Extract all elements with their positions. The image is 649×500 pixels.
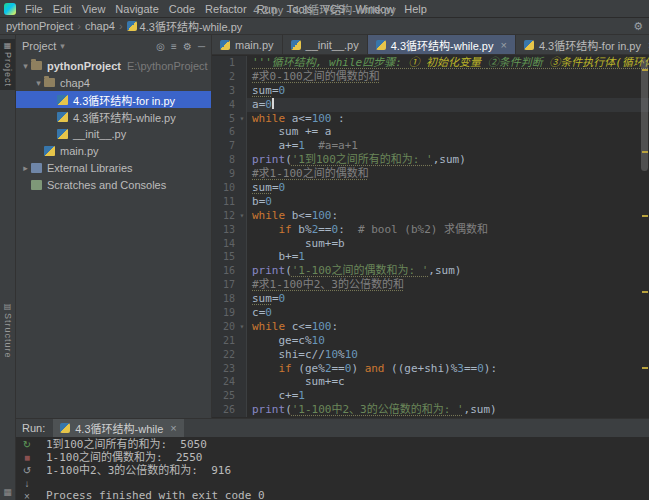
tree-item[interactable]: Scratches and Consoles	[16, 176, 211, 193]
locate-file-icon[interactable]: ◎	[156, 41, 165, 52]
editor-tab[interactable]: 4.3循环结构-while.py×	[368, 35, 516, 54]
python-file-icon	[220, 40, 230, 50]
hide-panel-icon[interactable]: ─	[198, 41, 205, 52]
code-line[interactable]: 25 c+=1	[212, 389, 649, 403]
python-file-icon	[57, 112, 68, 122]
editor-tab[interactable]: __init__.py	[283, 35, 368, 54]
code-line[interactable]: 2#求0-100之间的偶数的和	[212, 70, 649, 84]
code-line[interactable]: 18sum=0	[212, 292, 649, 306]
warning-stripe-mark[interactable]	[642, 69, 648, 71]
window-title: 4.2.py - 4.3循环结构-while.py	[253, 1, 395, 17]
chevron-icon[interactable]: ▾	[20, 61, 31, 71]
project-panel-title[interactable]: Project	[22, 40, 56, 52]
close-icon[interactable]: ×	[500, 39, 506, 51]
line-number: 10	[212, 181, 238, 195]
menu-navigate[interactable]: Navigate	[110, 3, 163, 15]
clear-icon[interactable]: ×	[24, 491, 30, 500]
code-line[interactable]: 20▾while c<=100:	[212, 320, 649, 334]
restore-layout-icon[interactable]: ↺	[23, 465, 31, 476]
code-line[interactable]: 21 ge=c%10	[212, 334, 649, 348]
run-tab[interactable]: 4.3循环结构-while ×	[53, 419, 183, 437]
breadcrumb-item[interactable]: chap4	[85, 20, 115, 32]
code-line[interactable]: 5▾while a<=100 :	[212, 112, 649, 126]
run-panel-label: Run:	[22, 422, 45, 434]
code-line[interactable]: 11b=0	[212, 195, 649, 209]
python-file-icon	[524, 40, 534, 50]
code-line[interactable]: 13 if b%2==0: # bool (b%2) 求偶数和	[212, 223, 649, 237]
breadcrumb: pythonProject›chap4›4.3循环结构-while.py	[6, 18, 242, 34]
code-line[interactable]: 22 shi=c//10%10	[212, 348, 649, 362]
fold-icon	[238, 237, 247, 251]
editor-tab[interactable]: main.py	[212, 35, 283, 54]
tree-item[interactable]: 4.3循环结构-for in.py	[16, 91, 211, 108]
breadcrumb-item[interactable]: 4.3循环结构-while.py	[140, 18, 243, 34]
fold-icon	[238, 167, 247, 181]
scroll-to-end-icon[interactable]: ↓	[25, 478, 30, 489]
chevron-icon[interactable]: ▾	[33, 78, 44, 88]
fold-icon	[238, 292, 247, 306]
code-line[interactable]: 6 sum += a	[212, 125, 649, 139]
fold-icon	[238, 153, 247, 167]
menu-code[interactable]: Code	[164, 3, 200, 15]
console-output[interactable]: 1到100之间所有的和为: 50501-100之间的偶数和为: 25501-10…	[38, 437, 649, 500]
menu-help[interactable]: Help	[399, 3, 432, 15]
tool-button-project[interactable]: ▦ Project	[0, 39, 15, 90]
tool-button-structure[interactable]: ▤ Structure	[0, 300, 15, 362]
pycharm-logo-icon	[4, 3, 16, 15]
settings-icon[interactable]: ⚙	[183, 41, 192, 52]
tree-item[interactable]: 4.3循环结构-while.py	[16, 108, 211, 125]
code-text: sum += a	[247, 125, 649, 139]
warning-stripe-mark[interactable]	[642, 215, 648, 217]
editor-scrollbar[interactable]	[640, 55, 649, 418]
scrollbar-thumb[interactable]	[641, 59, 648, 171]
code-line[interactable]: 4a=0	[212, 98, 649, 112]
fold-icon	[238, 348, 247, 362]
fold-icon[interactable]: ▾	[238, 112, 247, 126]
code-line[interactable]: 7 a+=1 #a=a+1	[212, 139, 649, 153]
code-line[interactable]: 23 if (ge%2==0) and ((ge+shi)%3==0):	[212, 362, 649, 376]
fold-icon[interactable]: ▾	[238, 320, 247, 334]
editor-tab[interactable]: 4.3循环结构-for in.py×	[516, 35, 649, 54]
tree-item[interactable]: ▸External Libraries	[16, 159, 211, 176]
code-line[interactable]: 16print('1-100之间的偶数和为: ',sum)	[212, 264, 649, 278]
chevron-down-icon[interactable]: ▾	[60, 41, 65, 51]
fold-icon[interactable]: ▾	[238, 209, 247, 223]
code-line[interactable]: 1'''循环结构, while四步骤: ① 初始化变量 ②条件判断 ③条件执行体…	[212, 56, 649, 70]
menu-file[interactable]: File	[20, 3, 48, 15]
code-line[interactable]: 26print('1-100中2、3的公倍数的和为: ',sum)	[212, 403, 649, 417]
code-line[interactable]: 9#求1-100之间的偶数和	[212, 167, 649, 181]
code-line[interactable]: 8print('1到100之间所有的和为: ',sum)	[212, 153, 649, 167]
rerun-icon[interactable]: ↻	[23, 439, 31, 450]
warning-stripe-mark[interactable]	[642, 291, 648, 293]
tool-windows-toggle-icon[interactable]: ▦	[3, 487, 12, 497]
editor[interactable]: 1'''循环结构, while四步骤: ① 初始化变量 ②条件判断 ③条件执行体…	[212, 55, 649, 418]
line-number: 26	[212, 403, 238, 417]
menu-view[interactable]: View	[77, 3, 111, 15]
fold-icon	[238, 125, 247, 139]
code-text: #求1-100之间的偶数和	[247, 167, 649, 181]
code-line[interactable]: 15 b+=1	[212, 250, 649, 264]
code-line[interactable]: 17#求1-100中2、3的公倍数的和	[212, 278, 649, 292]
warning-stripe-mark[interactable]	[642, 367, 648, 369]
python-file-icon	[376, 40, 386, 50]
code-line[interactable]: 19c=0	[212, 306, 649, 320]
code-line[interactable]: 24 sum+=c	[212, 375, 649, 389]
breadcrumb-item[interactable]: pythonProject	[6, 20, 73, 32]
code-text: sum+=c	[247, 375, 649, 389]
menu-refactor[interactable]: Refactor	[200, 3, 252, 15]
chevron-icon[interactable]: ▸	[20, 163, 31, 173]
stop-icon[interactable]: ■	[24, 452, 30, 463]
code-line[interactable]: 14 sum+=b	[212, 237, 649, 251]
tree-item[interactable]: ▾chap4	[16, 74, 211, 91]
code-line[interactable]: 12▾while b<=100:	[212, 209, 649, 223]
close-icon[interactable]: ×	[170, 422, 176, 434]
code-line[interactable]: 3sum=0	[212, 84, 649, 98]
code-line[interactable]: 10sum=0	[212, 181, 649, 195]
warning-stripe-mark[interactable]	[642, 151, 648, 153]
tree-item[interactable]: __init__.py	[16, 125, 211, 142]
collapse-all-icon[interactable]: ≡	[171, 41, 177, 52]
tree-item[interactable]: ▾pythonProjectE:\pythonProject	[16, 57, 211, 74]
settings-icon[interactable]: ⚙	[633, 20, 643, 33]
tree-item[interactable]: main.py	[16, 142, 211, 159]
menu-edit[interactable]: Edit	[48, 3, 77, 15]
